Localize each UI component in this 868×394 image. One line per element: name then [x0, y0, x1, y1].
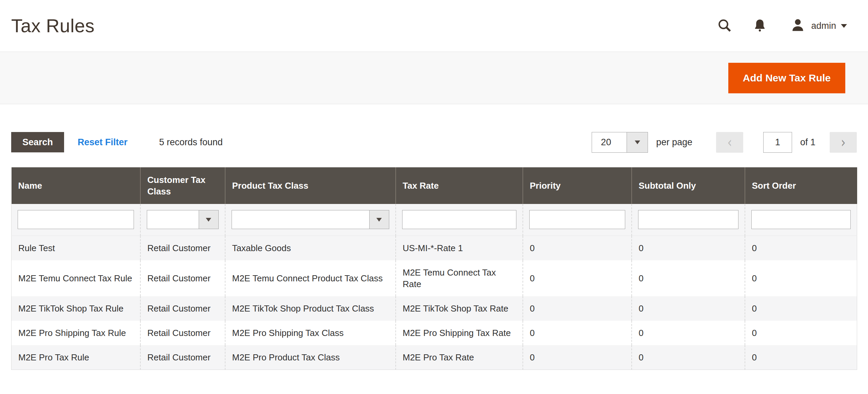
cell-name[interactable]: M2E TikTok Shop Tax Rule: [12, 296, 140, 321]
top-header: Tax Rules: [0, 0, 868, 52]
search-icon: [717, 18, 732, 34]
caret-down-icon: [841, 24, 847, 28]
select-arrow-icon: [635, 140, 640, 144]
cell-name[interactable]: M2E Pro Shipping Tax Rule: [12, 321, 140, 345]
priority-filter-input[interactable]: [529, 210, 625, 229]
current-page-input[interactable]: [763, 132, 792, 153]
add-new-tax-rule-button[interactable]: Add New Tax Rule: [728, 63, 845, 93]
previous-page-button[interactable]: ‹: [716, 132, 743, 153]
column-header-customer-tax-class[interactable]: Customer Tax Class: [140, 167, 225, 204]
tax-rules-grid: Name Customer Tax Class Product Tax Clas…: [11, 167, 857, 370]
grid-header-row: Name Customer Tax Class Product Tax Clas…: [12, 167, 857, 204]
cell-tax-rate[interactable]: US-MI-*-Rate 1: [396, 236, 523, 260]
per-page-select[interactable]: 20: [592, 132, 648, 153]
product-tax-class-filter-select[interactable]: [232, 210, 389, 229]
cell-tax-rate[interactable]: M2E Pro Shipping Tax Rate: [396, 321, 523, 345]
table-row[interactable]: M2E TikTok Shop Tax Rule Retail Customer…: [12, 296, 857, 321]
cell-sort-order[interactable]: 0: [745, 345, 857, 370]
cell-subtotal-only[interactable]: 0: [632, 236, 745, 260]
cell-tax-rate[interactable]: M2E Pro Tax Rate: [396, 345, 523, 370]
cell-subtotal-only[interactable]: 0: [632, 260, 745, 296]
cell-product-tax-class[interactable]: M2E Temu Connect Product Tax Class: [225, 260, 396, 296]
select-arrow-icon: [206, 218, 211, 222]
customer-tax-class-filter-value: [147, 210, 199, 229]
column-header-product-tax-class[interactable]: Product Tax Class: [225, 167, 396, 204]
grid-controls-row: Search Reset Filter 5 records found 20 p…: [11, 132, 857, 152]
customer-tax-class-filter-select[interactable]: [147, 210, 219, 229]
cell-name[interactable]: M2E Pro Tax Rule: [12, 345, 140, 370]
cell-priority[interactable]: 0: [523, 321, 632, 345]
cell-name[interactable]: Rule Test: [12, 236, 140, 260]
cell-sort-order[interactable]: 0: [745, 236, 857, 260]
per-page-label: per page: [656, 137, 692, 148]
cell-subtotal-only[interactable]: 0: [632, 296, 745, 321]
cell-customer-tax-class[interactable]: Retail Customer: [140, 260, 225, 296]
cell-name[interactable]: M2E Temu Connect Tax Rule: [12, 260, 140, 296]
cell-sort-order[interactable]: 0: [745, 296, 857, 321]
cell-customer-tax-class[interactable]: Retail Customer: [140, 345, 225, 370]
cell-customer-tax-class[interactable]: Retail Customer: [140, 321, 225, 345]
admin-account-menu[interactable]: admin: [790, 17, 847, 34]
cell-sort-order[interactable]: 0: [745, 321, 857, 345]
cell-subtotal-only[interactable]: 0: [632, 321, 745, 345]
records-found-label: 5 records found: [159, 137, 223, 148]
table-row[interactable]: M2E Temu Connect Tax Rule Retail Custome…: [12, 260, 857, 296]
next-page-button[interactable]: ›: [830, 132, 857, 153]
cell-tax-rate[interactable]: M2E Temu Connect Tax Rate: [396, 260, 523, 296]
cell-product-tax-class[interactable]: M2E TikTok Shop Product Tax Class: [225, 296, 396, 321]
page-actions-toolbar: Add New Tax Rule: [0, 52, 868, 104]
column-header-priority[interactable]: Priority: [523, 167, 632, 204]
column-header-subtotal-only[interactable]: Subtotal Only: [632, 167, 745, 204]
cell-priority[interactable]: 0: [523, 236, 632, 260]
cell-product-tax-class[interactable]: M2E Pro Shipping Tax Class: [225, 321, 396, 345]
select-arrow-box[interactable]: [199, 210, 218, 229]
subtotal-only-filter-input[interactable]: [638, 210, 738, 229]
cell-priority[interactable]: 0: [523, 260, 632, 296]
name-filter-input[interactable]: [18, 210, 134, 229]
per-page-selected-value: 20: [592, 132, 627, 152]
cell-customer-tax-class[interactable]: Retail Customer: [140, 296, 225, 321]
user-avatar-icon: [790, 17, 806, 34]
notifications-button[interactable]: [752, 18, 768, 34]
table-row[interactable]: Rule Test Retail Customer Taxable Goods …: [12, 236, 857, 260]
notifications-bell-icon: [752, 18, 767, 34]
cell-product-tax-class[interactable]: M2E Pro Product Tax Class: [225, 345, 396, 370]
select-arrow-box[interactable]: [627, 132, 648, 152]
sort-order-filter-input[interactable]: [751, 210, 851, 229]
column-header-tax-rate[interactable]: Tax Rate: [396, 167, 523, 204]
grid-search-button[interactable]: Search: [11, 132, 64, 152]
cell-priority[interactable]: 0: [523, 296, 632, 321]
product-tax-class-filter-value: [232, 210, 369, 229]
total-pages-label: of 1: [800, 137, 815, 148]
table-row[interactable]: M2E Pro Shipping Tax Rule Retail Custome…: [12, 321, 857, 345]
chevron-left-icon: ‹: [727, 135, 732, 150]
select-arrow-icon: [376, 218, 382, 222]
header-actions: admin: [717, 17, 847, 34]
tax-rate-filter-input[interactable]: [402, 210, 516, 229]
cell-sort-order[interactable]: 0: [745, 260, 857, 296]
tax-rules-page: Tax Rules: [0, 0, 868, 394]
chevron-right-icon: ›: [841, 135, 846, 150]
grid-filter-row: [12, 204, 857, 236]
admin-username-label: admin: [811, 21, 836, 31]
select-arrow-box[interactable]: [369, 210, 389, 229]
cell-product-tax-class[interactable]: Taxable Goods: [225, 236, 396, 260]
search-button[interactable]: [717, 18, 732, 34]
page-title: Tax Rules: [11, 15, 717, 37]
column-header-sort-order[interactable]: Sort Order: [745, 167, 857, 204]
reset-filter-link[interactable]: Reset Filter: [78, 137, 127, 148]
column-header-name[interactable]: Name: [12, 167, 140, 204]
cell-customer-tax-class[interactable]: Retail Customer: [140, 236, 225, 260]
cell-tax-rate[interactable]: M2E TikTok Shop Tax Rate: [396, 296, 523, 321]
table-row[interactable]: M2E Pro Tax Rule Retail Customer M2E Pro…: [12, 345, 857, 370]
cell-subtotal-only[interactable]: 0: [632, 345, 745, 370]
cell-priority[interactable]: 0: [523, 345, 632, 370]
